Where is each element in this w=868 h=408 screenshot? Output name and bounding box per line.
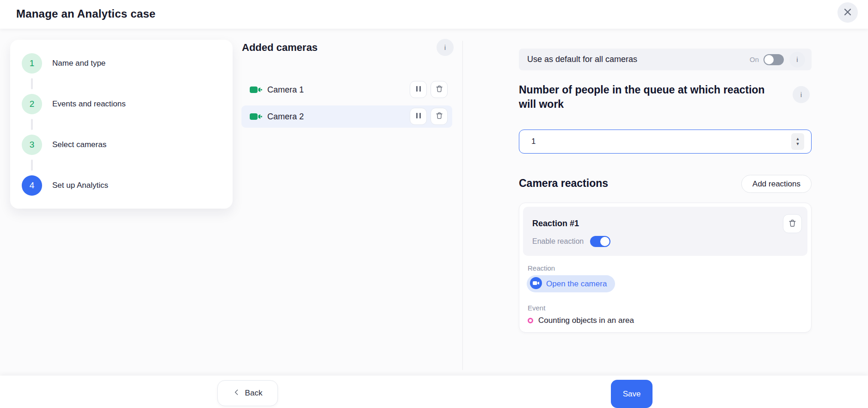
add-reactions-button[interactable]: Add reactions [741, 175, 812, 193]
step-number: 1 [22, 53, 42, 74]
modal-footer: Back Save [0, 376, 868, 408]
trash-icon [435, 85, 443, 94]
modal-body: 1 Name and type 2 Events and reactions 3… [0, 29, 868, 376]
step-label: Select cameras [52, 140, 106, 149]
added-cameras-info-button[interactable]: i [437, 39, 454, 56]
reaction-field-label: Reaction [528, 264, 555, 272]
info-icon: i [800, 91, 802, 99]
back-button-label: Back [245, 389, 263, 398]
trash-icon [788, 219, 797, 229]
step-number: 4 [22, 175, 42, 196]
delete-camera-button[interactable] [431, 108, 448, 125]
modal-header: Manage an Analytics case [0, 0, 868, 29]
arrow-up-icon: ▲ [796, 137, 800, 141]
enable-reaction-toggle[interactable] [590, 236, 610, 247]
event-field-label: Event [528, 304, 545, 312]
event-value-label: Counting objects in an area [538, 316, 634, 325]
step-label: Events and reactions [52, 99, 126, 109]
analytics-settings-panel: Use as default for all cameras On i Numb… [519, 29, 812, 376]
step-number: 2 [22, 94, 42, 114]
page-title: Manage an Analytics case [16, 7, 155, 20]
event-type-icon [528, 318, 533, 323]
camera-name: Camera 1 [267, 85, 304, 95]
back-button[interactable]: Back [217, 380, 278, 406]
camera-reactions-title: Camera reactions [519, 177, 608, 190]
step-label: Set up Analytics [52, 181, 108, 190]
queue-threshold-input[interactable] [519, 130, 812, 154]
camera-icon [250, 86, 262, 94]
close-icon [843, 8, 852, 18]
pause-camera-button[interactable] [410, 81, 427, 98]
step-select-cameras[interactable]: 3 Select cameras [10, 135, 233, 155]
queue-threshold-label: Number of people in the queue at which r… [519, 83, 785, 111]
panel-divider [462, 41, 463, 370]
default-toggle-info-button[interactable]: i [789, 52, 805, 68]
reaction-value-label: Open the camera [546, 279, 607, 289]
reaction-card-header: Reaction #1 Enable reaction [523, 207, 807, 256]
event-row: Counting objects in an area [528, 316, 634, 325]
number-stepper[interactable]: ▲ ▼ [791, 133, 804, 150]
trash-icon [435, 111, 443, 121]
pause-icon [416, 112, 421, 120]
step-events-and-reactions[interactable]: 2 Events and reactions [10, 94, 233, 114]
step-label: Name and type [52, 59, 105, 68]
camera-reaction-icon [530, 277, 542, 291]
added-cameras-title: Added cameras [242, 42, 318, 54]
stepper: 1 Name and type 2 Events and reactions 3… [10, 40, 233, 209]
toggle-state-label: On [750, 56, 759, 63]
enable-reaction-row: Enable reaction [532, 236, 610, 247]
step-connector [31, 119, 33, 130]
camera-row-2[interactable]: Camera 2 [241, 105, 452, 128]
pause-camera-button[interactable] [410, 108, 427, 125]
reaction-card: Reaction #1 Enable reaction Reaction Ope… [519, 203, 812, 333]
default-toggle-label: Use as default for all cameras [527, 55, 750, 64]
step-name-and-type[interactable]: 1 Name and type [10, 53, 233, 74]
enable-reaction-label: Enable reaction [532, 237, 584, 246]
step-connector [31, 78, 33, 89]
toggle-knob [600, 237, 609, 246]
delete-camera-button[interactable] [431, 81, 448, 98]
info-icon: i [444, 43, 446, 51]
camera-row-1[interactable]: Camera 1 [241, 79, 452, 101]
chevron-left-icon [233, 389, 240, 398]
delete-reaction-button[interactable] [783, 214, 802, 233]
step-connector [31, 160, 33, 171]
toggle-knob [764, 55, 774, 64]
camera-icon [250, 112, 262, 121]
reaction-value-chip[interactable]: Open the camera [527, 275, 615, 292]
step-set-up-analytics[interactable]: 4 Set up Analytics [10, 175, 233, 196]
camera-name: Camera 2 [267, 112, 304, 122]
added-cameras-panel: Added cameras i Camera 1 [241, 29, 462, 376]
close-button[interactable] [837, 2, 858, 23]
pause-icon [416, 86, 421, 93]
save-button[interactable]: Save [611, 380, 653, 408]
queue-threshold-info-button[interactable]: i [793, 86, 810, 103]
default-for-all-cameras-row: Use as default for all cameras On i [519, 49, 812, 70]
arrow-down-icon: ▼ [796, 142, 800, 146]
queue-threshold-field: ▲ ▼ [519, 130, 812, 154]
camera-reactions-header: Camera reactions Add reactions [519, 175, 812, 193]
step-number: 3 [22, 135, 42, 155]
info-icon: i [796, 56, 798, 63]
reaction-title: Reaction #1 [532, 219, 579, 229]
default-for-all-cameras-toggle[interactable] [763, 54, 784, 65]
